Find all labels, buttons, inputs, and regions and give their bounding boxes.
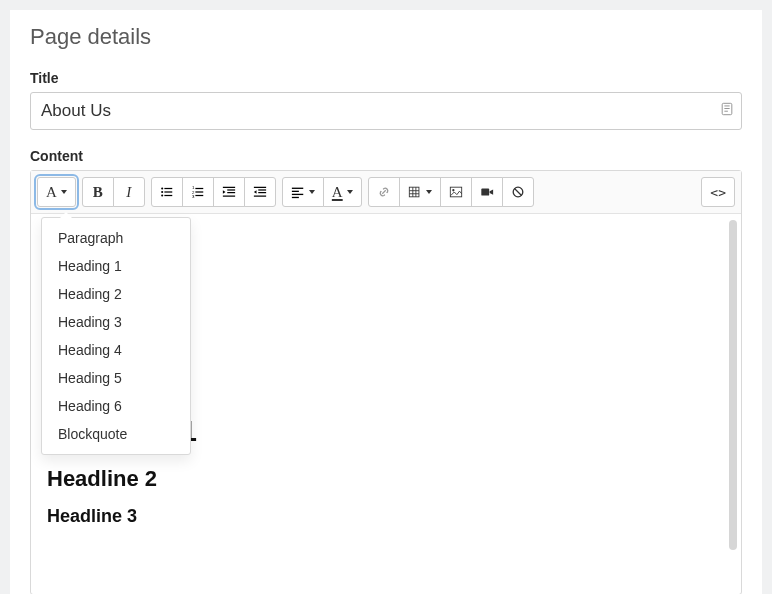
- svg-rect-13: [195, 191, 203, 192]
- svg-rect-21: [254, 187, 266, 188]
- svg-rect-37: [481, 189, 489, 196]
- video-button[interactable]: [471, 177, 503, 207]
- bold-button[interactable]: B: [82, 177, 114, 207]
- image-button[interactable]: [440, 177, 472, 207]
- link-icon: [377, 185, 391, 199]
- svg-rect-17: [227, 189, 235, 190]
- style-option-heading-6[interactable]: Heading 6: [42, 392, 190, 420]
- code-icon: <>: [710, 185, 726, 200]
- svg-rect-9: [164, 195, 172, 196]
- align-left-icon: [291, 185, 305, 199]
- rich-text-editor: A B I 123: [30, 170, 742, 594]
- outdent-button[interactable]: [213, 177, 245, 207]
- paragraph-style-dropdown-button[interactable]: A: [37, 177, 76, 207]
- content-label: Content: [30, 148, 742, 164]
- list-indent-group: 123: [151, 177, 276, 207]
- svg-rect-5: [164, 188, 172, 189]
- caret-down-icon: [426, 190, 432, 194]
- svg-rect-2: [724, 108, 729, 109]
- title-input[interactable]: [30, 92, 742, 130]
- bullet-list-icon: [160, 185, 174, 199]
- svg-rect-22: [258, 189, 266, 190]
- svg-rect-29: [292, 197, 299, 198]
- outdent-icon: [222, 185, 236, 199]
- image-icon: [449, 185, 463, 199]
- svg-rect-3: [724, 111, 728, 112]
- svg-rect-19: [227, 192, 235, 193]
- svg-rect-28: [292, 194, 303, 195]
- svg-rect-26: [292, 188, 303, 189]
- svg-point-6: [161, 191, 163, 193]
- page-title: Page details: [30, 24, 742, 50]
- autofill-icon: [720, 102, 734, 120]
- ordered-list-button[interactable]: 123: [182, 177, 214, 207]
- align-color-group: A: [282, 177, 362, 207]
- svg-point-36: [452, 189, 454, 191]
- svg-rect-30: [409, 187, 419, 197]
- style-glyph: A: [46, 184, 57, 201]
- style-option-heading-5[interactable]: Heading 5: [42, 364, 190, 392]
- svg-rect-20: [223, 196, 235, 197]
- svg-line-40: [514, 189, 521, 196]
- style-option-blockquote[interactable]: Blockquote: [42, 420, 190, 448]
- svg-rect-15: [195, 195, 203, 196]
- text-color-icon: A: [332, 184, 343, 201]
- style-option-heading-3[interactable]: Heading 3: [42, 308, 190, 336]
- numbered-list-icon: 123: [191, 185, 205, 199]
- italic-button[interactable]: I: [113, 177, 145, 207]
- table-icon: [408, 185, 422, 199]
- scrollbar[interactable]: [729, 220, 737, 550]
- italic-icon: I: [126, 184, 131, 201]
- svg-rect-25: [254, 196, 266, 197]
- editor-toolbar: A B I 123: [31, 171, 741, 214]
- paragraph-style-dropdown: Paragraph Heading 1 Heading 2 Heading 3 …: [41, 217, 191, 455]
- page-details-card: Page details Title Content A B I: [10, 10, 762, 594]
- svg-rect-16: [223, 187, 235, 188]
- indent-icon: [253, 185, 267, 199]
- video-icon: [480, 185, 494, 199]
- code-view-button[interactable]: <>: [701, 177, 735, 207]
- svg-text:3: 3: [192, 194, 195, 199]
- text-align-dropdown-button[interactable]: [282, 177, 324, 207]
- style-option-paragraph[interactable]: Paragraph: [42, 224, 190, 252]
- svg-rect-11: [195, 188, 203, 189]
- insert-group: [368, 177, 534, 207]
- title-field-wrap: [30, 92, 742, 130]
- svg-rect-7: [164, 191, 172, 192]
- remove-format-button[interactable]: [502, 177, 534, 207]
- style-option-heading-2[interactable]: Heading 2: [42, 280, 190, 308]
- content-heading-3: Headline 3: [47, 506, 725, 527]
- content-heading-2: Headline 2: [47, 466, 725, 492]
- title-label: Title: [30, 70, 742, 86]
- svg-marker-23: [254, 190, 257, 194]
- indent-button[interactable]: [244, 177, 276, 207]
- svg-marker-38: [489, 189, 493, 194]
- scrollbar-thumb[interactable]: [729, 220, 737, 550]
- svg-rect-1: [724, 106, 729, 107]
- ban-icon: [511, 185, 525, 199]
- svg-point-8: [161, 194, 163, 196]
- style-option-heading-4[interactable]: Heading 4: [42, 336, 190, 364]
- table-dropdown-button[interactable]: [399, 177, 441, 207]
- svg-marker-18: [223, 190, 226, 194]
- svg-point-4: [161, 187, 163, 189]
- style-option-heading-1[interactable]: Heading 1: [42, 252, 190, 280]
- bold-icon: B: [93, 184, 103, 201]
- svg-rect-27: [292, 191, 299, 192]
- text-format-group: B I: [82, 177, 145, 207]
- caret-down-icon: [61, 190, 67, 194]
- caret-down-icon: [347, 190, 353, 194]
- unordered-list-button[interactable]: [151, 177, 183, 207]
- link-button[interactable]: [368, 177, 400, 207]
- text-color-dropdown-button[interactable]: A: [323, 177, 362, 207]
- svg-rect-24: [258, 192, 266, 193]
- caret-down-icon: [309, 190, 315, 194]
